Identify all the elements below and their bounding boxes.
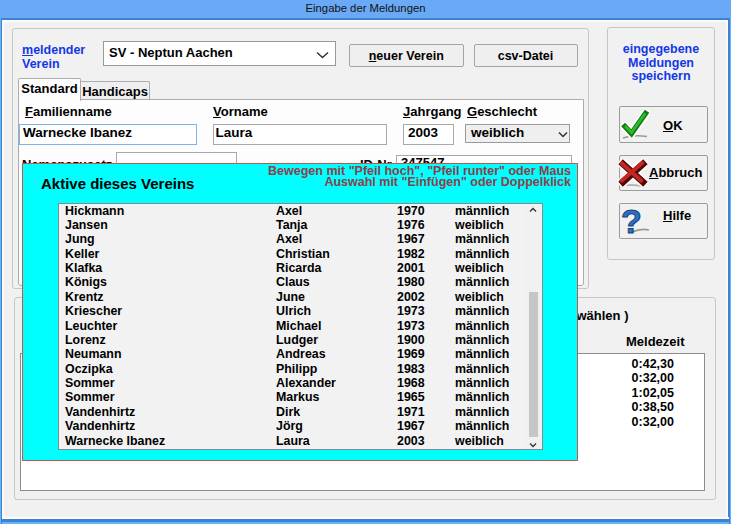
svg-text:?: ? [621,204,642,238]
